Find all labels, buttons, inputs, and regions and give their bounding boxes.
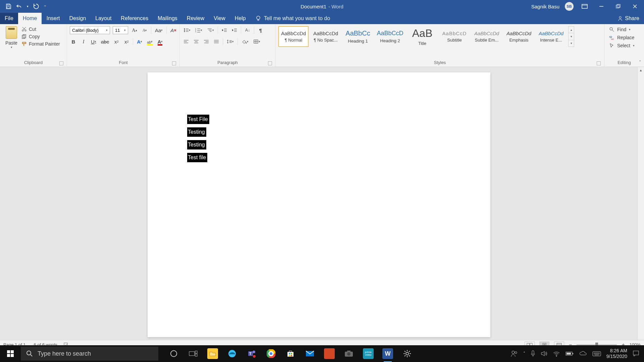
multilevel-list-button[interactable]: ▾ bbox=[206, 26, 215, 34]
start-button[interactable] bbox=[0, 345, 21, 362]
style-tile[interactable]: AaBbCcDd¶ Normal bbox=[278, 26, 309, 47]
close-icon[interactable] bbox=[629, 2, 641, 11]
paste-dropdown-icon[interactable]: ▾ bbox=[11, 46, 12, 49]
prime-video-icon[interactable]: primevideo bbox=[363, 348, 374, 359]
tell-me-search[interactable]: Tell me what you want to do bbox=[251, 13, 335, 24]
style-tile[interactable]: AaBbCcDSubtitle bbox=[439, 26, 470, 47]
collapse-ribbon-button[interactable]: ˄ bbox=[639, 60, 641, 65]
tab-layout[interactable]: Layout bbox=[91, 13, 116, 24]
selected-text-line[interactable]: Testing bbox=[187, 140, 206, 149]
teams-icon[interactable]: T bbox=[246, 348, 257, 359]
subscript-button[interactable]: x2 bbox=[113, 38, 120, 46]
align-left-button[interactable] bbox=[182, 38, 190, 46]
qat-customize-icon[interactable]: ⁼ bbox=[44, 4, 46, 9]
superscript-button[interactable]: x2 bbox=[123, 38, 130, 46]
tab-mailings[interactable]: Mailings bbox=[153, 13, 182, 24]
shrink-font-button[interactable]: A▾ bbox=[141, 26, 148, 34]
tab-review[interactable]: Review bbox=[182, 13, 209, 24]
bold-button[interactable]: B bbox=[70, 38, 77, 46]
maximize-icon[interactable] bbox=[612, 2, 624, 11]
style-tile[interactable]: AaBbCcDdSubtle Em... bbox=[472, 26, 502, 47]
tab-design[interactable]: Design bbox=[64, 13, 91, 24]
tab-help[interactable]: Help bbox=[230, 13, 251, 24]
paste-button[interactable]: Paste ▾ bbox=[3, 25, 20, 49]
keyboard-icon[interactable] bbox=[592, 351, 601, 357]
show-marks-button[interactable]: ¶ bbox=[257, 26, 264, 34]
italic-button[interactable]: I bbox=[80, 38, 87, 46]
camera-icon[interactable] bbox=[343, 348, 354, 359]
copy-button[interactable]: Copy bbox=[20, 34, 61, 40]
shading-button[interactable]: ▾ bbox=[240, 38, 250, 46]
underline-button[interactable]: U ▾ bbox=[90, 38, 97, 46]
undo-dropdown-icon[interactable]: ▾ bbox=[27, 5, 29, 8]
paragraph-dialog-launcher[interactable] bbox=[268, 61, 272, 65]
people-icon[interactable] bbox=[511, 350, 518, 357]
align-right-button[interactable] bbox=[203, 38, 210, 46]
numbering-button[interactable]: 123▾ bbox=[194, 26, 203, 34]
tab-view[interactable]: View bbox=[209, 13, 230, 24]
ribbon-display-options-icon[interactable] bbox=[579, 2, 590, 11]
share-button[interactable]: Share bbox=[618, 13, 639, 24]
style-tile[interactable]: AaBbCcDHeading 2 bbox=[375, 26, 405, 47]
sort-button[interactable]: A↓ bbox=[244, 26, 251, 34]
user-avatar[interactable]: SB bbox=[565, 2, 574, 11]
text-effects-button[interactable]: A ▾ bbox=[136, 38, 143, 46]
mail-icon[interactable] bbox=[305, 348, 315, 359]
microphone-icon[interactable] bbox=[531, 350, 535, 357]
font-size-selector[interactable]: 11▾ bbox=[113, 26, 128, 34]
store-icon[interactable] bbox=[285, 348, 296, 359]
clear-formatting-button[interactable]: A✖ bbox=[169, 26, 177, 34]
font-name-selector[interactable]: Calibri (Body)▾ bbox=[70, 26, 110, 34]
minimize-icon[interactable] bbox=[596, 2, 607, 11]
increase-indent-button[interactable] bbox=[231, 26, 238, 34]
chrome-icon[interactable] bbox=[266, 348, 276, 359]
style-tile[interactable]: AaBbCcDd¶ No Spac... bbox=[311, 26, 341, 47]
wifi-icon[interactable] bbox=[553, 351, 560, 357]
redo-icon[interactable] bbox=[33, 3, 39, 9]
style-tile[interactable]: AaBbCcDdIntense E... bbox=[536, 26, 566, 47]
save-icon[interactable] bbox=[5, 3, 11, 9]
replace-button[interactable]: abac Replace bbox=[607, 34, 637, 41]
tab-home[interactable]: Home bbox=[18, 13, 42, 24]
change-case-button[interactable]: Aa ▾ bbox=[154, 26, 164, 34]
user-name[interactable]: Sagnik Basu bbox=[531, 4, 559, 9]
font-dialog-launcher[interactable] bbox=[172, 61, 176, 65]
task-view-icon[interactable] bbox=[188, 348, 199, 359]
tab-file[interactable]: File bbox=[0, 13, 18, 24]
tray-chevron-icon[interactable]: ˄ bbox=[523, 351, 525, 356]
battery-icon[interactable] bbox=[566, 351, 574, 356]
notifications-icon[interactable] bbox=[633, 350, 639, 357]
style-tile[interactable]: AaBbCcDdEmphasis bbox=[504, 26, 534, 47]
bullets-button[interactable]: ▾ bbox=[182, 26, 192, 34]
document-page[interactable]: Test FileTestingTestingTest file bbox=[148, 72, 490, 337]
volume-icon[interactable] bbox=[541, 351, 547, 357]
settings-icon[interactable] bbox=[402, 348, 413, 359]
powerpoint-icon[interactable] bbox=[324, 348, 335, 359]
edge-icon[interactable] bbox=[227, 348, 237, 359]
tray-clock[interactable]: 8:26 AM 9/15/2020 bbox=[606, 348, 627, 359]
file-explorer-icon[interactable] bbox=[207, 348, 218, 359]
selected-text-line[interactable]: Test File bbox=[187, 115, 209, 124]
style-tile[interactable]: AaBbCcHeading 1 bbox=[343, 26, 373, 47]
onedrive-icon[interactable] bbox=[579, 351, 587, 356]
selected-text-line[interactable]: Testing bbox=[187, 127, 206, 137]
cortana-icon[interactable] bbox=[168, 348, 179, 359]
taskbar-search[interactable]: Type here to search bbox=[21, 347, 158, 361]
strikethrough-button[interactable]: abc bbox=[100, 38, 110, 46]
style-tile[interactable]: AaBTitle bbox=[407, 26, 437, 47]
tab-insert[interactable]: Insert bbox=[42, 13, 64, 24]
styles-dialog-launcher[interactable] bbox=[597, 61, 601, 65]
cut-button[interactable]: Cut bbox=[20, 26, 61, 32]
undo-icon[interactable] bbox=[16, 3, 22, 9]
align-center-button[interactable] bbox=[193, 38, 200, 46]
vertical-scrollbar[interactable]: ▲ ▼ bbox=[637, 67, 644, 350]
tab-references[interactable]: References bbox=[116, 13, 153, 24]
decrease-indent-button[interactable] bbox=[221, 26, 228, 34]
justify-button[interactable] bbox=[213, 38, 220, 46]
grow-font-button[interactable]: A▴ bbox=[131, 26, 138, 34]
select-button[interactable]: Select ▾ bbox=[607, 42, 637, 49]
word-icon[interactable]: W bbox=[382, 348, 393, 359]
styles-more-button[interactable]: ▴▾▾ bbox=[568, 26, 574, 47]
selected-text-line[interactable]: Test file bbox=[187, 153, 207, 162]
scroll-up-icon[interactable]: ▲ bbox=[638, 67, 644, 73]
